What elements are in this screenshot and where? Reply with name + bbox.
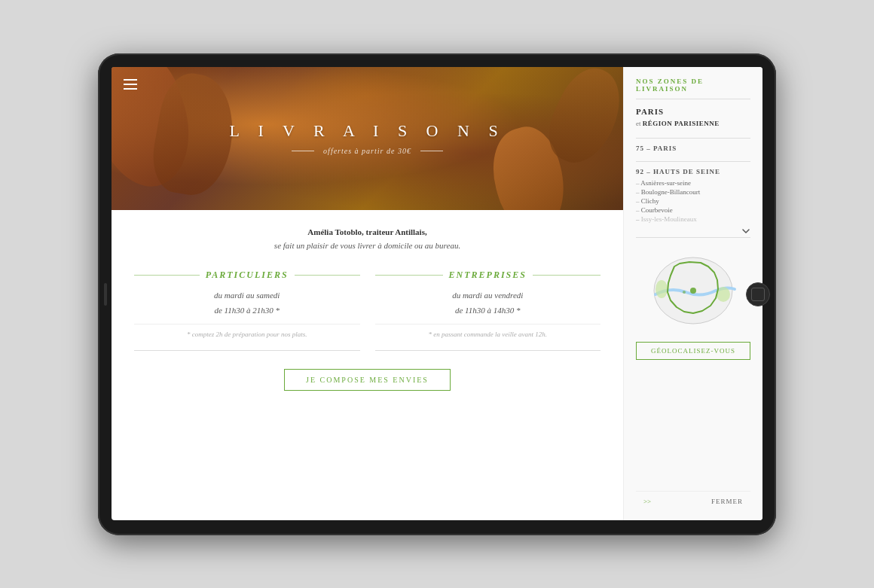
col-title-particuliers: PARTICULIERS — [134, 270, 360, 281]
sidebar-divider-map — [636, 237, 750, 238]
particuliers-schedule: du mardi au samedi de 11h30 à 21h30 * — [134, 288, 360, 318]
cta-button[interactable]: JE COMPOSE MES ENVIES — [284, 369, 451, 391]
dept-75-title: 75 – PARIS — [636, 145, 750, 152]
left-panel: L I V R A I S O N S offertes à partir de… — [112, 67, 623, 520]
hero-title: L I V R A I S O N S — [229, 121, 505, 141]
menu-icon[interactable] — [121, 76, 140, 93]
close-button[interactable]: FERMER — [711, 498, 743, 505]
map-container — [636, 253, 750, 328]
geolocalize-button[interactable]: GÉOLOCALISEZ-VOUS — [636, 342, 750, 360]
main-content: Amélia Totoblo, traiteur Antillais, se f… — [112, 210, 623, 407]
sidebar-bottom-bar: >> FERMER — [636, 491, 750, 510]
cta-section: JE COMPOSE MES ENVIES — [134, 369, 600, 391]
hero-image: L I V R A I S O N S offertes à partir de… — [112, 67, 623, 210]
sidebar-region-title: PARIS — [636, 107, 750, 116]
col-title-entreprises: ENTREPRISES — [375, 270, 601, 281]
city-item: Boulogne-Billancourt — [636, 187, 750, 197]
screen: L I V R A I S O N S offertes à partir de… — [112, 67, 762, 520]
navigate-arrows[interactable]: >> — [643, 498, 651, 505]
col-entreprises: ENTREPRISES du mardi au vendredi de 11h3… — [375, 270, 601, 352]
hero-dividers: offertes à partir de 30€ — [292, 147, 443, 155]
city-item: Clichy — [636, 197, 750, 206]
dept-92-title: 92 – HAUTS DE SEINE — [636, 168, 750, 175]
sidebar-divider-2 — [636, 161, 750, 162]
volume-button[interactable] — [104, 283, 107, 306]
tablet-frame: L I V R A I S O N S offertes à partir de… — [98, 53, 776, 535]
sidebar-section-title: NOS ZONES DE LIVRAISON — [636, 78, 750, 93]
intro-body: se fait un plaisir de vous livrer à domi… — [274, 241, 460, 250]
svg-point-1 — [656, 280, 668, 298]
entreprises-note: * en passant commande la veille avant 12… — [375, 324, 601, 338]
expand-list-button[interactable] — [741, 227, 750, 237]
home-button[interactable] — [746, 282, 770, 306]
svg-point-3 — [690, 288, 696, 294]
particuliers-note: * comptez 2h de préparation pour nos pla… — [134, 324, 360, 338]
sidebar-region-sub: et RÉGION PARISIENNE — [636, 119, 750, 127]
sidebar-small-divider — [636, 138, 750, 139]
delivery-columns: PARTICULIERS du mardi au samedi de 11h30… — [134, 270, 600, 352]
city-item: Asnières-sur-seine — [636, 178, 750, 187]
paris-map — [648, 253, 738, 328]
entreprises-schedule: du mardi au vendredi de 11h30 à 14h30 * — [375, 288, 601, 318]
col-particuliers: PARTICULIERS du mardi au samedi de 11h30… — [134, 270, 360, 352]
hero-subtitle: offertes à partir de 30€ — [323, 147, 411, 155]
svg-point-4 — [683, 291, 686, 294]
city-item: Issy-les-Moulineaux — [636, 215, 750, 224]
intro-text: Amélia Totoblo, traiteur Antillais, se f… — [134, 225, 600, 253]
hero-overlay: L I V R A I S O N S offertes à partir de… — [112, 67, 623, 210]
dept-cities-list: Asnières-sur-seine Boulogne-Billancourt … — [636, 178, 750, 224]
city-item: Courbevoie — [636, 206, 750, 215]
right-panel: NOS ZONES DE LIVRAISON PARIS et RÉGION P… — [623, 67, 762, 520]
sidebar-divider-top — [636, 99, 750, 99]
author-name: Amélia Totoblo, traiteur Antillais, — [307, 227, 426, 236]
